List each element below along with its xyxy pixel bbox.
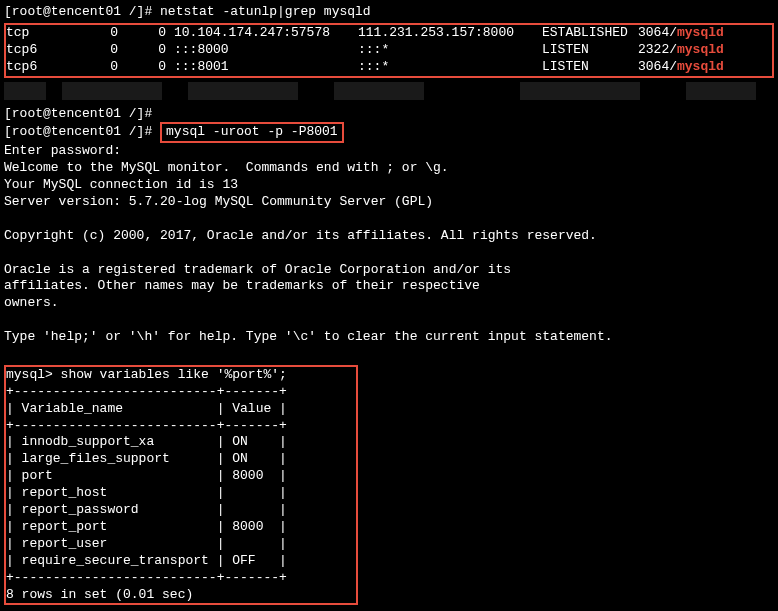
prompt-line-1: [root@tencent01 /]# netstat -atunlp|grep… [4,4,774,21]
table-row: | report_user | | [6,536,356,553]
prompt-line-3: [root@tencent01 /]# mysql -uroot -p -P80… [4,122,774,143]
obscured-region [4,82,774,100]
welcome-line: Oracle is a registered trademark of Orac… [4,262,774,279]
prog-name: mysqld [677,59,724,76]
table-row: | require_secure_transport | OFF | [6,553,356,570]
table-sep: +--------------------------+-------+ [6,570,356,587]
welcome-line: Enter password: [4,143,774,160]
welcome-line: Welcome to the MySQL monitor. Commands e… [4,160,774,177]
blank-line [4,312,774,329]
welcome-line: Your MySQL connection id is 13 [4,177,774,194]
welcome-line: owners. [4,295,774,312]
mysql-command-box: mysql -uroot -p -P8001 [160,122,344,143]
table-sep: +--------------------------+-------+ [6,418,356,435]
table-row: | port | 8000 | [6,468,356,485]
netstat-output-box: tcp 0 0 10.104.174.247:57578 111.231.253… [4,23,774,78]
netstat-row: tcp 0 0 10.104.174.247:57578 111.231.253… [6,25,772,42]
table-header: | Variable_name | Value | [6,401,356,418]
prog-name: mysqld [677,42,724,59]
netstat-row: tcp6 0 0 :::8001 :::* LISTEN 3064/mysqld [6,59,772,76]
prog-name: mysqld [677,25,724,42]
table-row: | report_password | | [6,502,356,519]
blank-line [4,346,774,363]
table-sep: +--------------------------+-------+ [6,384,356,401]
blank-line [4,245,774,262]
netstat-row: tcp6 0 0 :::8000 :::* LISTEN 2322/mysqld [6,42,772,59]
table-row: | report_port | 8000 | [6,519,356,536]
result-line: 8 rows in set (0.01 sec) [6,587,356,604]
welcome-line: Copyright (c) 2000, 2017, Oracle and/or … [4,228,774,245]
welcome-line: Server version: 5.7.20-log MySQL Communi… [4,194,774,211]
welcome-line: Type 'help;' or '\h' for help. Type '\c'… [4,329,774,346]
prompt-line-2: [root@tencent01 /]# [4,106,774,123]
blank-line [4,211,774,228]
mysql-query-line: mysql> show variables like '%port%'; [6,367,356,384]
welcome-line: affiliates. Other names may be trademark… [4,278,774,295]
blank-line [4,607,774,611]
table-row: | large_files_support | ON | [6,451,356,468]
mysql-query-box: mysql> show variables like '%port%'; +--… [4,365,358,605]
table-row: | innodb_support_xa | ON | [6,434,356,451]
table-row: | report_host | | [6,485,356,502]
